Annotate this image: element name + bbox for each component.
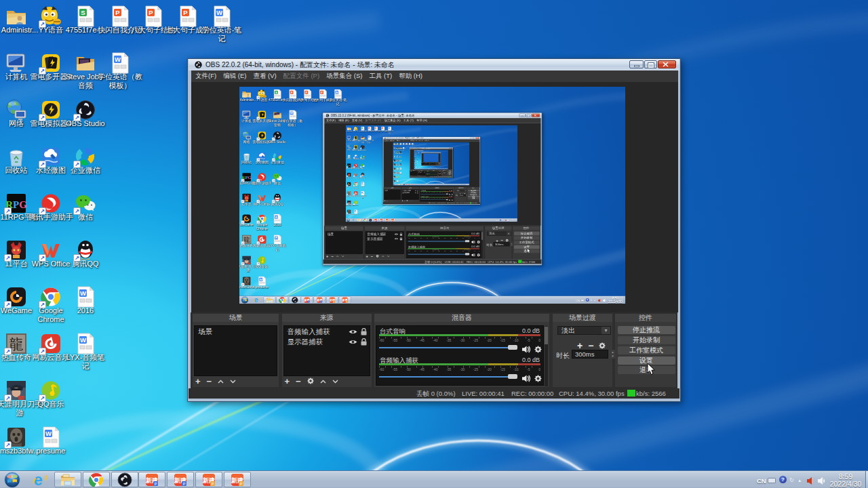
svg-text:W: W [275, 215, 277, 218]
svg-text:W: W [275, 236, 277, 239]
svg-text:S: S [275, 90, 277, 94]
svg-text:P: P [382, 126, 383, 127]
svg-text:S: S [361, 126, 363, 127]
svg-text:W: W [45, 430, 52, 437]
svg-text:P: P [183, 481, 186, 485]
svg-text:e: e [415, 168, 416, 169]
svg-text:W: W [399, 167, 400, 168]
svg-text:P: P [368, 126, 370, 127]
svg-text:P: P [419, 150, 420, 150]
svg-text:P: P [333, 300, 334, 302]
svg-text:P: P [381, 220, 382, 221]
svg-text:P: P [308, 300, 309, 302]
svg-text:P: P [115, 9, 120, 16]
svg-text:W: W [388, 126, 389, 127]
svg-text:P: P [409, 142, 410, 143]
svg-text:S: S [399, 142, 400, 143]
svg-text:P: P [387, 220, 388, 221]
svg-text:W: W [403, 146, 403, 147]
svg-text:P: P [346, 300, 347, 302]
svg-text:P: P [149, 9, 153, 16]
svg-text:P: P [393, 220, 393, 221]
svg-text:P: P [376, 220, 376, 221]
svg-text:W: W [115, 56, 121, 63]
svg-text:P: P [403, 142, 403, 143]
svg-text:W: W [335, 90, 338, 94]
svg-text:P: P [155, 481, 157, 485]
svg-text:P: P [290, 90, 292, 94]
svg-text:W: W [361, 182, 363, 183]
svg-text:P: P [420, 150, 421, 150]
svg-text:W: W [397, 180, 397, 180]
svg-text:W: W [80, 289, 86, 297]
svg-text:P: P [305, 90, 307, 94]
svg-text:W: W [216, 9, 222, 16]
svg-text:e: e [352, 218, 354, 222]
svg-text:P: P [183, 9, 188, 16]
svg-text:P: P [320, 300, 321, 302]
svg-text:W: W [290, 111, 293, 115]
svg-text:W: W [399, 171, 400, 172]
svg-text:e: e [395, 183, 397, 184]
svg-text:W: W [361, 191, 363, 192]
svg-text:P: P [240, 481, 243, 485]
svg-text:W: W [412, 142, 412, 143]
svg-text:S: S [81, 9, 85, 16]
svg-text:W: W [354, 209, 355, 211]
svg-text:W: W [259, 277, 262, 281]
svg-text:P: P [406, 142, 406, 143]
svg-text:W: W [368, 136, 370, 137]
svg-text:P: P [321, 90, 323, 94]
svg-text:S: S [416, 150, 417, 150]
svg-text:W: W [80, 336, 86, 344]
svg-text:P: P [375, 126, 376, 127]
svg-text:P: P [212, 481, 214, 485]
